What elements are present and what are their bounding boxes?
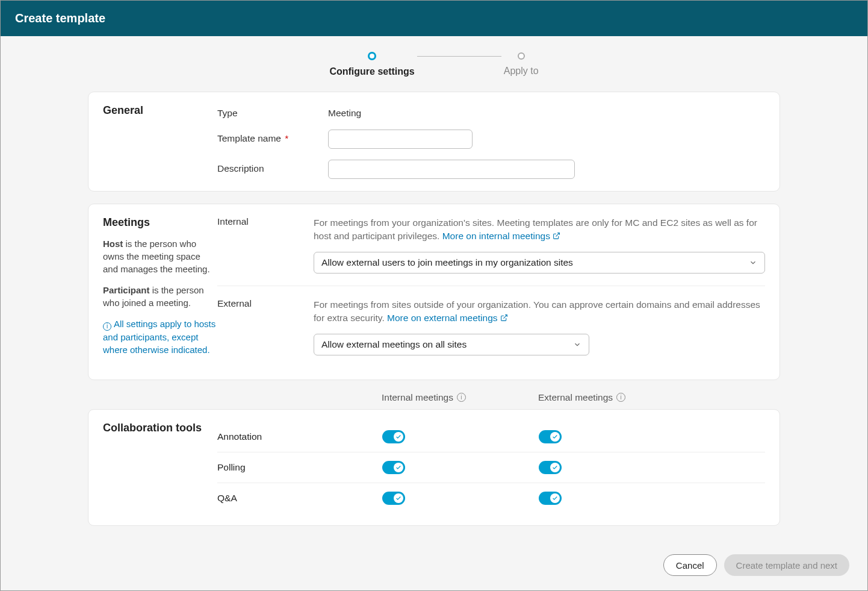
info-icon[interactable]: i — [457, 393, 466, 402]
svg-line-0 — [556, 233, 559, 237]
check-icon — [394, 463, 403, 472]
step-circle-icon — [368, 52, 376, 60]
step-configure-settings[interactable]: Configure settings — [329, 52, 414, 77]
collab-card: Collaboration tools Annotation Polling — [88, 409, 780, 526]
general-title: General — [103, 104, 217, 117]
step-circle-icon — [518, 52, 525, 60]
qa-row: Q&A — [217, 483, 765, 513]
create-template-next-button: Create template and next — [724, 554, 849, 576]
description-input[interactable] — [328, 160, 575, 179]
chevron-down-icon — [573, 340, 581, 349]
settings-note: iAll settings apply to hosts and partici… — [103, 317, 217, 356]
participant-description: Participant is the person who joined a m… — [103, 284, 217, 309]
internal-more-link[interactable]: More on internal meetings — [442, 231, 560, 241]
page-header: Create template — [1, 1, 867, 36]
svg-line-1 — [503, 315, 507, 319]
collab-column-headers: Internal meetings i External meetings i — [88, 392, 780, 403]
check-icon — [394, 493, 403, 503]
info-icon: i — [103, 322, 111, 331]
qa-internal-toggle[interactable] — [382, 492, 405, 505]
qa-label: Q&A — [217, 493, 382, 504]
external-description: For meetings from sites outside of your … — [314, 298, 765, 325]
internal-description: For meetings from your organization's si… — [314, 216, 765, 243]
annotation-row: Annotation — [217, 422, 765, 452]
annotation-internal-toggle[interactable] — [382, 430, 405, 443]
annotation-external-toggle[interactable] — [539, 430, 562, 443]
cancel-button[interactable]: Cancel — [663, 554, 717, 576]
page-title: Create template — [15, 11, 105, 25]
check-icon — [394, 432, 403, 442]
internal-select[interactable]: Allow external users to join meetings in… — [314, 252, 765, 274]
internal-select-value: Allow external users to join meetings in… — [321, 257, 573, 268]
annotation-label: Annotation — [217, 431, 382, 442]
polling-internal-toggle[interactable] — [382, 461, 405, 474]
host-description: Host is the person who owns the meeting … — [103, 237, 217, 275]
collab-title: Collaboration tools — [103, 422, 217, 434]
polling-row: Polling — [217, 452, 765, 483]
template-name-input[interactable] — [328, 130, 473, 149]
external-select[interactable]: Allow external meetings on all sites — [314, 334, 589, 355]
chevron-down-icon — [749, 258, 757, 267]
step-label: Apply to — [504, 66, 539, 77]
external-link-icon — [500, 311, 508, 325]
meetings-card: Meetings Host is the person who owns the… — [88, 204, 780, 380]
polling-label: Polling — [217, 462, 382, 473]
info-icon[interactable]: i — [616, 393, 625, 402]
check-icon — [550, 432, 560, 442]
meetings-title: Meetings — [103, 216, 217, 229]
stepper: Configure settings Apply to — [1, 36, 867, 92]
internal-label: Internal — [217, 216, 314, 274]
step-label: Configure settings — [329, 66, 414, 77]
type-label: Type — [217, 104, 328, 119]
external-meetings-column-header: External meetings i — [538, 392, 695, 403]
external-select-value: Allow external meetings on all sites — [321, 339, 467, 350]
description-label: Description — [217, 160, 328, 174]
external-link-icon — [553, 230, 560, 243]
general-card: General Type Meeting Template name * Des… — [88, 92, 780, 192]
check-icon — [550, 463, 560, 472]
type-value: Meeting — [328, 104, 361, 119]
check-icon — [550, 493, 560, 503]
external-label: External — [217, 298, 314, 355]
polling-external-toggle[interactable] — [539, 461, 562, 474]
step-connector — [417, 56, 501, 57]
internal-meetings-column-header: Internal meetings i — [382, 392, 538, 403]
external-more-link[interactable]: More on external meetings — [387, 313, 508, 323]
footer: Cancel Create template and next — [1, 543, 867, 590]
template-name-label: Template name * — [217, 130, 328, 144]
step-apply-to[interactable]: Apply to — [504, 52, 539, 77]
qa-external-toggle[interactable] — [539, 492, 562, 505]
